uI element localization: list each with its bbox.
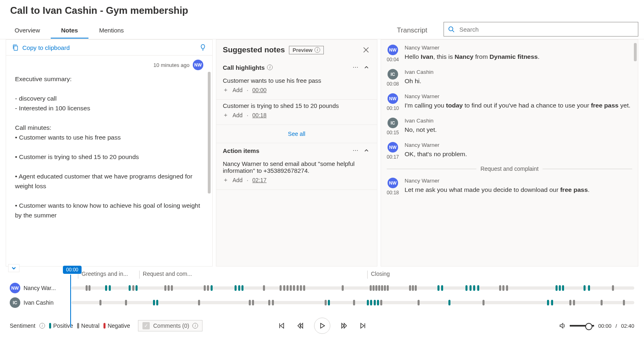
svg-rect-2 (14, 46, 17, 50)
utterance-text: I'm calling you today to find out if you… (405, 101, 632, 110)
suggested-item: Customer wants to use his free pass ＋ Ad… (216, 75, 377, 100)
track-name: Ivan Cashin (24, 299, 54, 306)
skip-start-icon[interactable] (277, 321, 286, 331)
add-icon[interactable]: ＋ (223, 176, 228, 184)
add-label[interactable]: Add (233, 177, 243, 183)
timeline-section: Request and com... (139, 271, 367, 279)
transcript-entry[interactable]: NW 00:04 Nancy Warner Hello Ivan, this i… (387, 41, 632, 66)
tab-notes[interactable]: Notes (51, 23, 89, 39)
timestamp-link[interactable]: 02:17 (252, 177, 267, 183)
note-timestamp: 10 minutes ago (153, 62, 190, 68)
tab-blank[interactable] (134, 23, 159, 39)
volume-slider[interactable] (570, 325, 594, 327)
copy-to-clipboard-button[interactable]: Copy to clipboard (12, 44, 70, 51)
add-label[interactable]: Add (233, 112, 243, 118)
scrollbar[interactable] (634, 43, 637, 61)
svg-marker-10 (300, 323, 303, 328)
add-label[interactable]: Add (233, 87, 243, 93)
timestamp-link[interactable]: 00:00 (252, 87, 267, 93)
svg-marker-11 (321, 323, 325, 328)
close-icon[interactable] (362, 45, 370, 54)
timeline-track: NW Nancy War... (10, 283, 634, 293)
avatar: IC (10, 297, 20, 308)
suggested-item: Nancy Warner to send email about "some h… (216, 158, 377, 190)
time-current: 00:00 (598, 323, 612, 329)
speaker-name: Nancy Warner (405, 93, 632, 99)
speaker-name: Nancy Warner (405, 178, 632, 184)
search-box[interactable] (444, 22, 638, 37)
search-input[interactable] (459, 26, 634, 33)
speaker-name: Nancy Warner (405, 142, 632, 148)
add-icon[interactable]: ＋ (223, 112, 228, 119)
tab-mentions[interactable]: Mentions (88, 23, 134, 39)
scrollbar[interactable] (208, 72, 211, 193)
transcript-entry[interactable]: NW 00:10 Nancy Warner I'm calling you to… (387, 90, 632, 114)
transcript-panel: NW 00:04 Nancy Warner Hello Ivan, this i… (381, 39, 638, 267)
timestamp: 00:08 (387, 81, 399, 87)
skip-end-icon[interactable] (358, 321, 368, 331)
timeline-section: Closing (367, 271, 634, 279)
call-highlights-title: Call highlights (223, 64, 265, 71)
avatar: NW (388, 178, 398, 188)
avatar: IC (388, 69, 398, 80)
time-total: 02:40 (621, 323, 634, 329)
avatar: NW (193, 60, 203, 70)
legend-negative: Negative (103, 322, 130, 329)
action-items-title: Action items (223, 147, 259, 154)
playhead-badge[interactable]: 00:00 (63, 266, 82, 274)
note-text[interactable]: Executive summary: - discovery call- Int… (15, 74, 203, 230)
rewind-icon[interactable] (295, 321, 305, 331)
page-title: Call to Ivan Cashin - Gym membership (10, 5, 634, 16)
tab-overview[interactable]: Overview (4, 23, 51, 39)
suggested-notes-panel: Suggested notes Preview i Call highlight… (216, 39, 377, 267)
timestamp: 00:18 (387, 190, 399, 196)
lightbulb-icon[interactable] (199, 44, 207, 51)
svg-marker-16 (560, 323, 563, 328)
timestamp: 00:04 (387, 57, 399, 62)
transcript-entry[interactable]: NW 00:17 Nancy Warner OK, that's no prob… (387, 139, 632, 163)
see-all-link[interactable]: See all (216, 125, 377, 143)
suggested-item: Customer is trying to shed 15 to 20 poun… (216, 100, 377, 125)
speaker-name: Nancy Warner (405, 45, 632, 51)
timeline-bar[interactable] (71, 301, 634, 304)
notes-panel: Copy to clipboard 10 minutes ago NW Exec… (6, 39, 213, 267)
fast-forward-icon[interactable] (339, 321, 349, 331)
timestamp-link[interactable]: 00:18 (252, 112, 267, 118)
info-icon[interactable]: i (39, 323, 45, 329)
transcript-entry[interactable]: IC 00:08 Ivan Cashin Oh hi. (387, 66, 632, 90)
utterance-text: No, not yet. (405, 125, 632, 134)
avatar: NW (10, 283, 20, 293)
speaker-name: Ivan Cashin (405, 118, 632, 124)
svg-point-0 (449, 27, 453, 31)
more-icon[interactable]: ⋯ (349, 147, 362, 154)
chevron-up-icon[interactable] (362, 63, 370, 71)
check-icon: ✓ (142, 322, 150, 329)
utterance-text: Hello Ivan, this is Nancy from Dynamic f… (405, 52, 632, 61)
transcript-entry[interactable]: IC 00:15 Ivan Cashin No, not yet. (387, 114, 632, 139)
suggested-title: Suggested notes (223, 45, 285, 54)
transcript-entry[interactable]: NW 00:18 Nancy Warner Let me ask you wha… (387, 174, 632, 199)
timeline-track: IC Ivan Cashin (10, 297, 634, 308)
chevron-down-icon[interactable] (8, 264, 19, 272)
timestamp: 00:17 (387, 154, 399, 160)
comments-button[interactable]: ✓ Comments (0) i (138, 320, 202, 331)
copy-icon (12, 44, 19, 51)
more-icon[interactable]: ⋯ (349, 64, 362, 71)
play-button[interactable] (314, 318, 330, 334)
timeline: 00:00 Greetings and in...Request and com… (0, 267, 644, 316)
chevron-up-icon[interactable] (362, 146, 370, 155)
add-icon[interactable]: ＋ (223, 86, 228, 94)
utterance-text: Let me ask you what made you decide to d… (405, 185, 632, 194)
legend-neutral: Neutral (77, 322, 99, 329)
track-name: Nancy War... (24, 285, 56, 291)
info-icon: i (314, 47, 320, 53)
timeline-bar[interactable] (71, 286, 634, 290)
speaker-name: Ivan Cashin (405, 69, 632, 75)
info-icon[interactable]: i (267, 64, 273, 70)
svg-marker-14 (361, 323, 364, 328)
transcript-divider: Request and complaint (387, 166, 632, 172)
transcript-heading: Transcript (393, 26, 444, 34)
playhead-line[interactable] (70, 275, 71, 327)
volume-icon[interactable] (559, 322, 566, 329)
tab-bar: Overview Notes Mentions (4, 23, 159, 39)
